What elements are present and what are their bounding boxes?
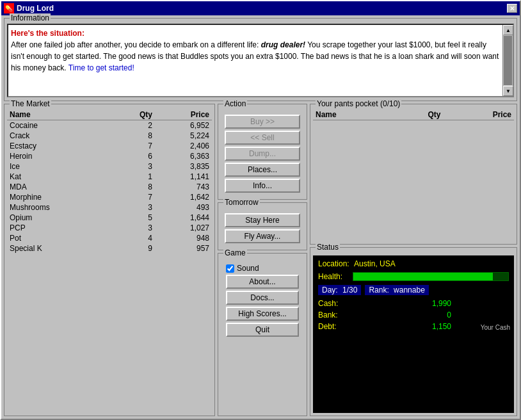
market-drug-name: Mushrooms (7, 202, 113, 213)
market-drug-name: Heroin (7, 151, 113, 161)
buy-button[interactable]: Buy >> (225, 115, 300, 129)
cash-row: Cash: 1,990 (316, 298, 454, 309)
rank-label: Rank: (369, 286, 389, 295)
sell-button[interactable]: << Sell (225, 131, 300, 145)
cash-value: 1,990 (347, 299, 451, 308)
market-row[interactable]: Opium51,644 (7, 213, 212, 223)
title-bar-title: 💊 Drug Lord (4, 3, 54, 13)
rank-cell: Rank: wannabe (365, 285, 428, 295)
market-row[interactable]: Special K9957 (7, 243, 212, 254)
close-button[interactable]: ✕ (507, 4, 517, 13)
action-label: Action (223, 99, 247, 108)
market-row[interactable]: PCP31,027 (7, 223, 212, 233)
market-drug-qty: 1 (113, 172, 155, 182)
market-drug-qty: 3 (113, 223, 155, 233)
stay-here-button[interactable]: Stay Here (225, 213, 300, 227)
day-label: Day: (322, 286, 338, 295)
market-drug-name: Morphine (7, 192, 113, 202)
market-row[interactable]: Ecstacy72,406 (7, 141, 212, 151)
market-drug-name: Cocaine (7, 120, 113, 131)
action-buttons: Buy >> << Sell Dump... Places... Info... (221, 109, 304, 197)
market-drug-name: Pot (7, 233, 113, 243)
status-content: Location: Austin, USA Health: (313, 255, 514, 413)
docs-button[interactable]: Docs... (226, 291, 299, 305)
market-row[interactable]: Ice33,835 (7, 161, 212, 172)
market-row[interactable]: Mushrooms3493 (7, 202, 212, 213)
market-row[interactable]: Pot4948 (7, 233, 212, 243)
scroll-down-button[interactable]: ▼ (503, 86, 513, 96)
pants-table: Name Qty Price (313, 109, 514, 120)
pants-col-qty: Qty (390, 109, 443, 120)
day-cell: Day: 1/30 (318, 285, 361, 295)
game-group: Game Sound About... Docs... High Scores.… (218, 253, 307, 416)
market-drug-qty: 6 (113, 151, 155, 161)
your-cash-panel: Your Cash (454, 298, 511, 332)
pants-col-name: Name (313, 109, 390, 120)
game-buttons: Sound About... Docs... High Scores... Qu… (222, 259, 303, 341)
status-group: Status Location: Austin, USA Health: (310, 247, 517, 416)
money-section: Cash: 1,990 Bank: 0 Debt: 1,150 (316, 298, 511, 332)
health-row: Health: (316, 271, 511, 282)
sound-label[interactable]: Sound (237, 264, 259, 273)
information-group: Information Here's the situation: After … (4, 18, 517, 101)
scroll-thumb[interactable] (504, 36, 512, 85)
market-drug-price: 948 (155, 233, 212, 243)
about-button[interactable]: About... (226, 275, 299, 289)
health-bar-fill (353, 273, 493, 280)
market-col-qty: Qty (113, 109, 155, 120)
debt-row: Debt: 1,150 (316, 321, 454, 332)
market-col-name: Name (7, 109, 113, 120)
market-drug-qty: 7 (113, 192, 155, 202)
market-row[interactable]: Crack85,224 (7, 131, 212, 141)
market-row[interactable]: Cocaine26,952 (7, 120, 212, 131)
market-drug-qty: 3 (113, 202, 155, 213)
info-scrollbar[interactable]: ▲ ▼ (502, 25, 513, 96)
debt-value: 1,150 (347, 322, 451, 331)
tomorrow-buttons: Stay Here Fly Away... (221, 208, 304, 247)
market-row[interactable]: Heroin66,363 (7, 151, 212, 161)
tomorrow-group: Tomorrow Stay Here Fly Away... (218, 202, 307, 250)
main-window: 💊 Drug Lord ✕ Information Here's the sit… (0, 0, 521, 420)
market-row[interactable]: Kat11,141 (7, 172, 212, 182)
market-drug-qty: 4 (113, 233, 155, 243)
market-drug-name: Ecstacy (7, 141, 113, 151)
pants-group: Your pants pocket (0/10) Name Qty Price (310, 104, 517, 245)
debt-label: Debt: (318, 322, 347, 331)
market-drug-price: 957 (155, 243, 212, 254)
info-body3: Time to get started! (68, 63, 134, 72)
market-drug-price: 3,835 (155, 161, 212, 172)
right-section: Your pants pocket (0/10) Name Qty Price (310, 104, 517, 416)
market-label: The Market (10, 99, 51, 108)
information-label: Information (10, 13, 51, 22)
market-group: The Market Name Qty Price Cocaine26,952C… (4, 104, 215, 416)
quit-button[interactable]: Quit (226, 323, 299, 337)
status-label: Status (316, 243, 340, 252)
cash-label: Cash: (318, 299, 347, 308)
middle-section: Action Buy >> << Sell Dump... Places... … (218, 104, 307, 416)
market-drug-price: 5,224 (155, 131, 212, 141)
sound-checkbox[interactable] (226, 264, 234, 273)
market-col-price: Price (155, 109, 212, 120)
scroll-up-button[interactable]: ▲ (503, 25, 513, 35)
fly-away-button[interactable]: Fly Away... (225, 229, 300, 243)
dump-button[interactable]: Dump... (225, 147, 300, 161)
market-drug-qty: 3 (113, 161, 155, 172)
market-drug-price: 6,952 (155, 120, 212, 131)
day-rank-row: Day: 1/30 Rank: wannabe (316, 284, 511, 296)
market-drug-qty: 2 (113, 120, 155, 131)
high-scores-button[interactable]: High Scores... (226, 307, 299, 321)
market-row[interactable]: MDA8743 (7, 182, 212, 192)
places-button[interactable]: Places... (225, 163, 300, 177)
status-location-row: Location: Austin, USA (316, 258, 511, 270)
health-label: Health: (318, 272, 350, 281)
market-drug-name: Crack (7, 131, 113, 141)
window-content: Information Here's the situation: After … (1, 15, 520, 419)
market-row[interactable]: Morphine71,642 (7, 192, 212, 202)
info-button[interactable]: Info... (225, 179, 300, 193)
market-drug-price: 493 (155, 202, 212, 213)
bank-row: Bank: 0 (316, 309, 454, 321)
market-drug-price: 2,406 (155, 141, 212, 151)
info-headline: Here's the situation: (11, 29, 84, 38)
market-drug-name: Opium (7, 213, 113, 223)
health-bar-bg (353, 272, 509, 281)
